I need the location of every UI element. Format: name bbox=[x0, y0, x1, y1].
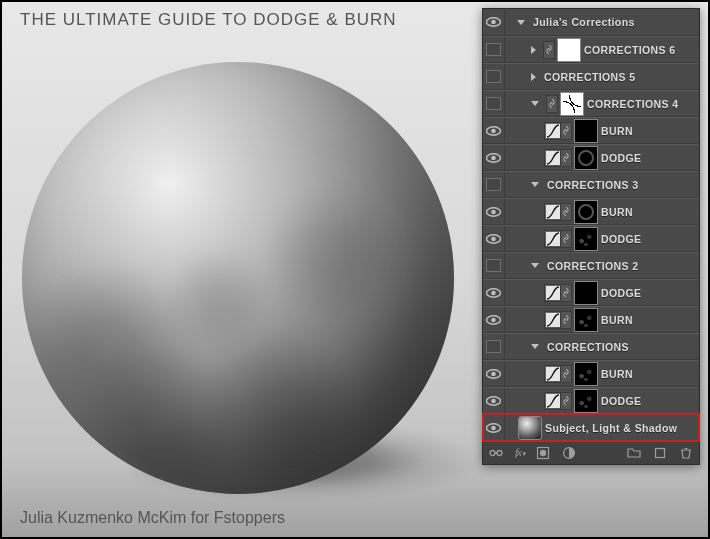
layer-label: CORRECTIONS 5 bbox=[544, 71, 636, 83]
eye-icon bbox=[486, 234, 501, 244]
chevron-down-icon[interactable] bbox=[531, 344, 539, 349]
visibility-toggle[interactable] bbox=[483, 226, 505, 251]
link-icon[interactable] bbox=[561, 204, 571, 220]
adjustment-icon[interactable] bbox=[562, 446, 576, 460]
visibility-toggle[interactable] bbox=[483, 64, 505, 89]
layer-adjustment[interactable]: BURN bbox=[483, 360, 699, 387]
panel-footer: fx▾ bbox=[483, 441, 699, 464]
chevron-right-icon[interactable] bbox=[531, 73, 536, 81]
curves-adjustment-icon[interactable] bbox=[545, 312, 561, 328]
fx-icon[interactable]: fx▾ bbox=[515, 446, 524, 458]
visibility-toggle[interactable] bbox=[483, 199, 505, 224]
layer-thumbnail[interactable] bbox=[519, 417, 541, 439]
layer-group[interactable]: CORRECTIONS 6 bbox=[483, 36, 699, 63]
visibility-toggle[interactable] bbox=[483, 91, 505, 116]
link-icon[interactable] bbox=[561, 393, 571, 409]
layer-label: DODGE bbox=[601, 233, 642, 245]
layers-panel: Julia's CorrectionsCORRECTIONS 6CORRECTI… bbox=[482, 8, 700, 465]
visibility-toggle[interactable] bbox=[483, 145, 505, 170]
eye-icon bbox=[486, 396, 501, 406]
layer-mask-thumbnail[interactable] bbox=[575, 282, 597, 304]
curves-adjustment-icon[interactable] bbox=[545, 204, 561, 220]
visibility-toggle[interactable] bbox=[483, 172, 505, 197]
layer-mask-thumbnail[interactable] bbox=[561, 93, 583, 115]
eye-icon bbox=[486, 207, 501, 217]
link-icon[interactable] bbox=[561, 366, 571, 382]
layer-mask-thumbnail[interactable] bbox=[575, 120, 597, 142]
chevron-down-icon[interactable] bbox=[531, 182, 539, 187]
visibility-toggle[interactable] bbox=[483, 361, 505, 386]
layer-adjustment[interactable]: DODGE bbox=[483, 279, 699, 306]
layer-label: BURN bbox=[601, 206, 633, 218]
link-icon[interactable] bbox=[547, 96, 557, 112]
visibility-toggle[interactable] bbox=[483, 253, 505, 278]
layer-label: BURN bbox=[601, 314, 633, 326]
visibility-toggle[interactable] bbox=[483, 415, 505, 440]
layer-mask-thumbnail[interactable] bbox=[575, 390, 597, 412]
layer-subject[interactable]: Subject, Light & Shadow bbox=[483, 414, 699, 441]
group-icon[interactable] bbox=[627, 446, 641, 460]
curves-adjustment-icon[interactable] bbox=[545, 123, 561, 139]
layer-label: CORRECTIONS 4 bbox=[587, 98, 679, 110]
eye-icon bbox=[486, 126, 501, 136]
layer-label: DODGE bbox=[601, 152, 642, 164]
layer-adjustment[interactable]: BURN bbox=[483, 306, 699, 333]
layer-label: DODGE bbox=[601, 395, 642, 407]
layer-adjustment[interactable]: DODGE bbox=[483, 144, 699, 171]
visibility-toggle[interactable] bbox=[483, 388, 505, 413]
layer-label: DODGE bbox=[601, 287, 642, 299]
layer-label: BURN bbox=[601, 125, 633, 137]
link-icon[interactable] bbox=[561, 231, 571, 247]
chevron-down-icon[interactable] bbox=[531, 263, 539, 268]
layer-label: BURN bbox=[601, 368, 633, 380]
layer-label: Subject, Light & Shadow bbox=[545, 422, 677, 434]
mask-icon[interactable] bbox=[536, 446, 550, 460]
link-icon[interactable] bbox=[561, 312, 571, 328]
layer-adjustment[interactable]: DODGE bbox=[483, 225, 699, 252]
layer-mask-thumbnail[interactable] bbox=[575, 363, 597, 385]
chevron-down-icon[interactable] bbox=[517, 20, 525, 25]
layer-label: Julia's Corrections bbox=[533, 16, 635, 28]
chevron-right-icon[interactable] bbox=[531, 46, 536, 54]
layer-mask-thumbnail[interactable] bbox=[575, 228, 597, 250]
eye-icon bbox=[486, 423, 501, 433]
layer-mask-thumbnail[interactable] bbox=[558, 39, 580, 61]
link-icon[interactable] bbox=[561, 150, 571, 166]
link-icon[interactable] bbox=[544, 42, 554, 58]
link-icon[interactable] bbox=[489, 446, 503, 460]
eye-icon bbox=[486, 17, 501, 27]
visibility-toggle[interactable] bbox=[483, 307, 505, 332]
chevron-down-icon[interactable] bbox=[531, 101, 539, 106]
eye-icon bbox=[486, 315, 501, 325]
eye-icon bbox=[486, 369, 501, 379]
sphere-subject bbox=[22, 62, 454, 494]
visibility-toggle[interactable] bbox=[483, 280, 505, 305]
layer-adjustment[interactable]: BURN bbox=[483, 117, 699, 144]
layer-group[interactable]: Julia's Corrections bbox=[483, 9, 699, 36]
layer-group[interactable]: CORRECTIONS 5 bbox=[483, 63, 699, 90]
visibility-toggle[interactable] bbox=[483, 37, 505, 62]
curves-adjustment-icon[interactable] bbox=[545, 285, 561, 301]
layer-mask-thumbnail[interactable] bbox=[575, 201, 597, 223]
eye-icon bbox=[486, 288, 501, 298]
layer-group[interactable]: CORRECTIONS 2 bbox=[483, 252, 699, 279]
visibility-toggle[interactable] bbox=[483, 9, 505, 35]
trash-icon[interactable] bbox=[679, 446, 693, 460]
visibility-toggle[interactable] bbox=[483, 118, 505, 143]
layer-adjustment[interactable]: BURN bbox=[483, 198, 699, 225]
layer-group[interactable]: CORRECTIONS 4 bbox=[483, 90, 699, 117]
link-icon[interactable] bbox=[561, 123, 571, 139]
layer-group[interactable]: CORRECTIONS 3 bbox=[483, 171, 699, 198]
layer-mask-thumbnail[interactable] bbox=[575, 309, 597, 331]
layer-adjustment[interactable]: DODGE bbox=[483, 387, 699, 414]
curves-adjustment-icon[interactable] bbox=[545, 231, 561, 247]
link-icon[interactable] bbox=[561, 285, 571, 301]
layer-group[interactable]: CORRECTIONS bbox=[483, 333, 699, 360]
layer-label: CORRECTIONS 3 bbox=[547, 179, 639, 191]
new-layer-icon[interactable] bbox=[653, 446, 667, 460]
visibility-toggle[interactable] bbox=[483, 334, 505, 359]
layer-mask-thumbnail[interactable] bbox=[575, 147, 597, 169]
curves-adjustment-icon[interactable] bbox=[545, 366, 561, 382]
curves-adjustment-icon[interactable] bbox=[545, 393, 561, 409]
curves-adjustment-icon[interactable] bbox=[545, 150, 561, 166]
